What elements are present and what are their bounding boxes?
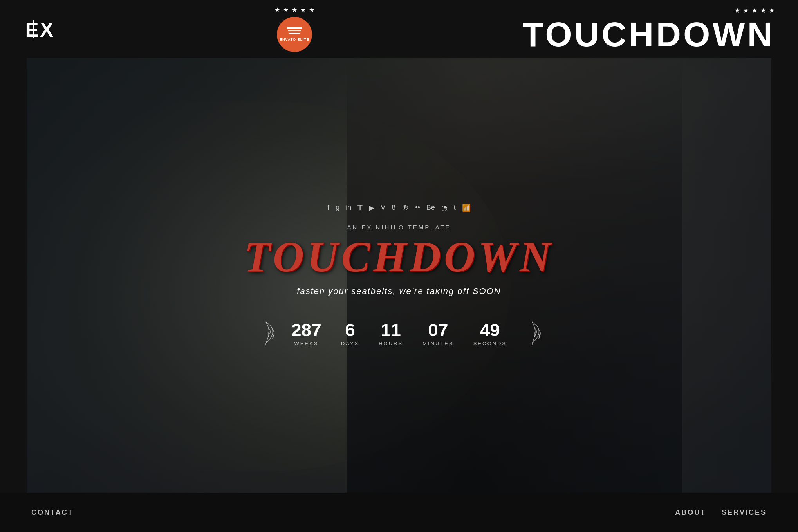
svg-text:E
          X: E X [25,19,54,41]
envato-badge[interactable]: ENVATO ELITE [277,17,312,52]
bottom-navigation: CONTACT ABOUT SERVICES [0,493,798,532]
twitter-icon[interactable]: 𝕋 [357,204,363,212]
seconds-label: SECONDS [473,341,507,346]
countdown-minutes: 07 MINUTES [422,321,454,346]
youtube-icon[interactable]: ▶ [369,204,374,212]
menu-line-3 [289,33,300,34]
side-left [0,58,27,493]
logo[interactable]: E X [23,17,67,41]
social-icons-row: f g in 𝕋 ▶ V 8 ℗ •• Bé ◔ t 📶 [327,204,471,212]
star-4: ★ [300,6,306,14]
dots-icon[interactable]: •• [415,204,420,212]
vimeo-icon[interactable]: V [381,204,385,212]
menu-line-1 [287,27,302,29]
countdown-hours: 11 HOURS [379,321,403,346]
countdown: 287 WEEKS 6 DAYS 11 HOURS 07 MINUTES [256,320,542,347]
stars-row: ★ ★ ★ ★ ★ [274,6,314,14]
hamburger-icon [287,27,302,34]
weeks-label: WEEKS [294,341,318,346]
hero-section: f g in 𝕋 ▶ V 8 ℗ •• Bé ◔ t 📶 AN EX NIHIL… [27,58,771,493]
outer-frame: E X ★ ★ ★ ★ ★ ENVATO [0,0,798,532]
services-link[interactable]: SERVICES [722,509,767,517]
hours-value: 11 [381,321,401,339]
countdown-seconds: 49 SECONDS [473,321,507,346]
template-label: AN EX NIHILO TEMPLATE [347,224,451,231]
facebook-icon[interactable]: f [327,204,329,212]
header-right: ★ ★ ★ ★ ★ TOUCHDOWN [522,7,775,52]
clock-icon[interactable]: ◔ [441,204,448,212]
days-value: 6 [345,321,355,339]
minutes-value: 07 [428,321,448,339]
logo-icon: E X [23,17,67,41]
star-5: ★ [309,6,314,14]
instagram-icon[interactable]: 8 [392,204,395,212]
side-right [771,58,798,493]
header-stars: ★ ★ ★ ★ ★ [735,7,775,14]
seconds-value: 49 [480,321,500,339]
minutes-label: MINUTES [422,341,454,346]
hero-main-title: TOUCHDOWN [244,235,554,278]
contact-link[interactable]: CONTACT [31,509,74,517]
countdown-items: 287 WEEKS 6 DAYS 11 HOURS 07 MINUTES [291,321,507,346]
star-2: ★ [283,6,289,14]
bottom-nav-right: ABOUT SERVICES [675,509,767,517]
hero-content: f g in 𝕋 ▶ V 8 ℗ •• Bé ◔ t 📶 AN EX NIHIL… [27,58,771,493]
star-3: ★ [292,6,297,14]
days-label: DAYS [341,341,359,346]
weeks-value: 287 [291,321,321,339]
laurel-right-icon [522,320,542,347]
laurel-left-icon [256,320,276,347]
header-center: ★ ★ ★ ★ ★ ENVATO ELITE [274,6,314,52]
rss-icon[interactable]: 📶 [462,204,471,212]
menu-line-2 [288,30,301,31]
site-title: TOUCHDOWN [522,17,775,52]
tumblr-icon[interactable]: t [454,204,456,212]
googleplus-icon[interactable]: g [336,204,339,212]
countdown-days: 6 DAYS [341,321,359,346]
hero-subtitle: fasten your seatbelts, we're taking off … [297,286,501,296]
envato-label: ENVATO ELITE [280,38,309,41]
behance-icon[interactable]: Bé [426,204,435,212]
bottom-nav-left: CONTACT [31,509,74,517]
about-link[interactable]: ABOUT [675,509,706,517]
header: E X ★ ★ ★ ★ ★ ENVATO [0,0,798,58]
countdown-weeks: 287 WEEKS [291,321,321,346]
star-1: ★ [274,6,280,14]
hours-label: HOURS [379,341,403,346]
pinterest-icon[interactable]: ℗ [402,204,409,212]
linkedin-icon[interactable]: in [346,204,351,212]
